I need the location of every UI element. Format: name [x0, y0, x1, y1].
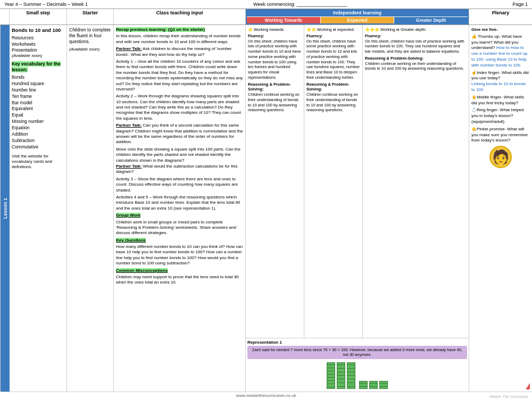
- group-work: Children work in small groups or mixed p…: [116, 220, 243, 236]
- exp-fluency-label: Fluency:: [306, 34, 360, 39]
- partner-talk-3: Partner Talk: What would the subtraction…: [116, 164, 243, 175]
- group-work-label: Group Work: [116, 213, 243, 218]
- footer-website: www.masterthecurriculum.co.uk: [236, 393, 296, 398]
- col-header-plenary: Plenary: [469, 9, 532, 24]
- working-towards-col: ⭐ Working towards: Fluency: On this shee…: [246, 25, 304, 338]
- exp-fluency: On this sheet, children have some practi…: [306, 39, 360, 80]
- recap-text: In this lesson, children recap their und…: [116, 34, 243, 45]
- resources-label: Resources:: [12, 35, 64, 41]
- col-header-starter: Starter: [67, 9, 114, 24]
- sub-header-greater-depth: Greater Depth: [394, 17, 468, 23]
- activity3: Activity 3 – Show the diagram where ther…: [116, 177, 243, 193]
- expected-col: ⭐⭐ Working at expected: Fluency: On this…: [304, 25, 363, 338]
- partner-talk-2: Partner Talk: Can you think of a second …: [116, 123, 243, 145]
- lesson-label: Lesson 1: [0, 25, 10, 392]
- resource-available: (Available soon): [12, 53, 64, 59]
- watermark: Master The Curriculum: [490, 395, 528, 398]
- starter-available: (Available soon): [69, 47, 111, 52]
- sub-header-working-towards: Working Towards: [247, 17, 321, 23]
- website-note: Visit the website for vocabulary cards a…: [12, 154, 64, 170]
- gd-fluency-label: Fluency:: [365, 34, 467, 39]
- gd-header: ⭐⭐⭐ Working at Greater depth:: [365, 27, 467, 32]
- small-step-column: Bonds to 10 and 100 Resources: Worksheet…: [10, 25, 67, 392]
- page-header: Year 4 – Summer – Decimals – Week 1 Week…: [0, 0, 532, 9]
- bar-short-3: [379, 381, 388, 389]
- key-vocab-label: Key vocabulary for the lesson:: [12, 61, 64, 73]
- plenary-index: ☝Index finger- What skills did you use t…: [471, 70, 530, 93]
- rep-chart: [247, 361, 467, 390]
- gd-fluency: On this sheet, children have lots of pra…: [365, 39, 467, 54]
- recap-label: Recap previous learning: (Q1 on the star…: [116, 27, 243, 32]
- resource-worksheets: Worksheets: [12, 41, 64, 47]
- main-content: Lesson 1 Bonds to 10 and 100 Resources: …: [0, 25, 532, 392]
- ind-cols: ⭐ Working towards: Fluency: On this shee…: [246, 25, 469, 338]
- col-header-small-step: Small step: [10, 9, 67, 24]
- activity2-intro: Activity 2 – Work through the diagrams s…: [116, 94, 243, 121]
- col-header-ind-learning: Independent learning Working Towards Exp…: [246, 9, 469, 24]
- wt-reasoning: Children continue working on their under…: [248, 92, 302, 113]
- plenary-thumb: 👍 Thumbs up- What have you learnt? What …: [471, 34, 530, 69]
- plenary-intro: Give me five-: [471, 27, 530, 33]
- key-questions: How many different number bonds to 10 ca…: [116, 244, 243, 267]
- column-headers: Small step Starter Class teaching input …: [0, 9, 532, 25]
- wt-fluency: On this sheet, children have lots of pra…: [248, 39, 302, 80]
- activity2-cont: Move onto the slide showing a square spl…: [116, 147, 243, 163]
- ind-sub-headers: Working Towards Expected Greater Depth: [247, 16, 468, 23]
- bar-short-2: [369, 381, 378, 389]
- bar-1: [327, 362, 335, 389]
- starter-column: Children to complete the fluent in four …: [67, 25, 114, 392]
- col-header-class-teaching: Class teaching input: [114, 9, 246, 24]
- teacher-avatar: 🧑: [489, 146, 512, 168]
- starter-text: Children to complete the fluent in four …: [69, 27, 111, 45]
- plenary-pinkie: 🤙Pinkie promise- What will you make sure…: [471, 127, 530, 144]
- vocab-list: Bonds Hundred square Number line Ten fra…: [12, 74, 64, 151]
- avatar: 🧑: [471, 146, 530, 168]
- small-step-title: Bonds to 10 and 100: [12, 27, 64, 34]
- wt-fluency-label: Fluency:: [248, 34, 302, 39]
- footer: www.masterthecurriculum.co.uk Master The…: [0, 392, 532, 399]
- exp-reasoning-label: Reasoning & Problem-Solving:: [306, 82, 360, 93]
- sub-header-expected: Expected: [321, 17, 395, 23]
- resource-presentation: Presentation: [12, 47, 64, 53]
- exp-reasoning: Children continue working on their under…: [306, 92, 360, 113]
- partner-talk-1: Partner Talk: Ask children to discuss th…: [116, 46, 243, 57]
- week-commencing: Week commencing: ___________________: [253, 2, 347, 7]
- greater-depth-col: ⭐⭐⭐ Working at Greater depth: Fluency: O…: [363, 25, 469, 338]
- key-questions-label: Key Questions: [116, 238, 243, 243]
- representation-section: Representation 1 Zach said he needed 7 m…: [246, 338, 469, 392]
- plenary-middle: 🖕Middle finger- What skills did you find…: [471, 95, 530, 106]
- rep-title: Representation 1: [247, 340, 467, 345]
- bar-short: [359, 381, 368, 389]
- wt-header: ⭐ Working towards:: [248, 27, 302, 32]
- arrow-decoration: [526, 383, 530, 389]
- page-wrapper: Year 4 – Summer – Decimals – Week 1 Week…: [0, 0, 532, 399]
- bar-2: [337, 362, 345, 389]
- wt-reasoning-label: Reasoning & Problem-Solving:: [248, 82, 302, 93]
- misconceptions: Children may need support to prove that …: [116, 275, 243, 286]
- gd-reasoning: Children continue working on their under…: [365, 61, 467, 72]
- plenary-ring: 💍Ring finger- What helped you in today's…: [471, 107, 530, 124]
- activity45: Activities 4 and 5 – Work through the re…: [116, 195, 243, 211]
- page-number: Page 1: [512, 2, 528, 7]
- class-teaching-column: Recap previous learning: (Q1 on the star…: [114, 25, 246, 392]
- activity1: Activity 1 – Give all the children 10 co…: [116, 59, 243, 92]
- ind-learning-section: ⭐ Working towards: Fluency: On this shee…: [246, 25, 469, 392]
- gd-reasoning-label: Reasoning & Problem-Solving:: [365, 56, 467, 61]
- exp-header: ⭐⭐ Working at expected:: [306, 27, 360, 32]
- misconceptions-label: Common Misconceptions: [116, 268, 243, 273]
- bar-3: [347, 362, 355, 389]
- page-title: Year 4 – Summer – Decimals – Week 1: [4, 2, 88, 7]
- rep-box: Zach said he needed 7 more tens since 70…: [247, 346, 467, 360]
- plenary-column: Give me five- 👍 Thumbs up- What have you…: [469, 25, 532, 392]
